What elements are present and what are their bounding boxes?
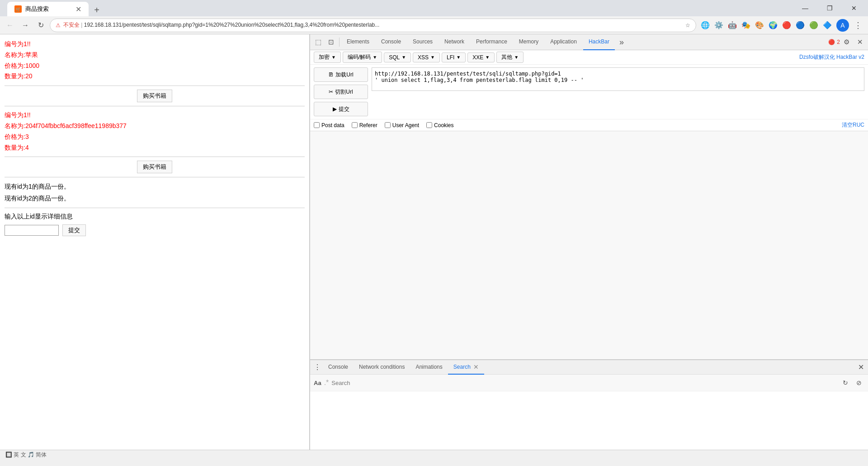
lfi-arrow-icon: ▼ — [456, 55, 461, 60]
restore-button[interactable]: ❐ — [819, 1, 840, 15]
tab-network[interactable]: Network — [439, 34, 470, 50]
tab-favicon: 🛒 — [14, 5, 22, 13]
browser-tab[interactable]: 🛒 商品搜索 ✕ — [7, 2, 89, 16]
ext-icon-1[interactable]: 🌐 — [699, 19, 712, 32]
forward-button[interactable]: → — [19, 19, 32, 32]
hackbar-credit-link[interactable]: Dzsfo破解汉化 HackBar v2 — [799, 54, 864, 60]
reload-button[interactable]: ↻ — [34, 19, 47, 32]
ext-icon-6[interactable]: 🌍 — [767, 19, 779, 32]
lfi-button[interactable]: LFI ▼ — [442, 52, 466, 62]
load-url-button[interactable]: 🖹 加载Url — [314, 67, 368, 82]
search-regex-button[interactable]: .* — [324, 379, 329, 387]
other-button[interactable]: 其他 ▼ — [496, 52, 524, 63]
cookies-checkbox-label[interactable]: Cookies — [426, 122, 453, 128]
cut-url-button[interactable]: ✂ 切割Url — [314, 85, 368, 99]
hackbar-url-textarea[interactable] — [372, 67, 864, 91]
cookies-checkbox[interactable] — [426, 122, 432, 128]
cookies-label: Cookies — [434, 122, 453, 128]
referer-checkbox[interactable] — [352, 122, 358, 128]
devtools-close-button[interactable]: ✕ — [854, 36, 866, 48]
search-match-case-button[interactable]: Aa — [314, 380, 321, 386]
browser-menu-button[interactable]: ⋮ — [852, 19, 864, 32]
load-url-label: 加载Url — [335, 71, 353, 79]
divider-5 — [5, 208, 305, 208]
device-toolbar-button[interactable]: ⊡ — [325, 36, 337, 48]
tab-application[interactable]: Application — [545, 34, 582, 50]
drawer-tab-network-conditions[interactable]: Network conditions — [354, 360, 410, 375]
drawer-tab-console[interactable]: Console — [323, 360, 354, 375]
tab-hackbar[interactable]: HackBar — [583, 34, 615, 50]
xxe-arrow-icon: ▼ — [485, 55, 490, 60]
tab-close-button[interactable]: ✕ — [75, 5, 81, 14]
tab-hackbar-label: HackBar — [589, 38, 609, 45]
xxe-label: XXE — [472, 54, 483, 61]
search-input[interactable] — [331, 380, 837, 386]
tab-performance[interactable]: Performance — [471, 34, 513, 50]
search-refresh-button[interactable]: ↻ — [840, 377, 851, 388]
useragent-checkbox-label[interactable]: User Agent — [385, 122, 419, 128]
address-bar[interactable]: ⚠ 不安全 | 192.168.18.131/pentest/test/sqli… — [50, 19, 696, 32]
ext-icon-3[interactable]: 🤖 — [726, 19, 739, 32]
protocol-warning: 不安全 — [63, 22, 80, 28]
stock-line-2: 现有id为2的商品一份。 — [5, 193, 305, 204]
tab-sources[interactable]: Sources — [407, 34, 438, 50]
drawer-close-button[interactable]: ✕ — [855, 362, 866, 373]
tab-memory[interactable]: Memory — [514, 34, 544, 50]
profile-button[interactable]: A — [836, 19, 849, 32]
buy-button-1[interactable]: 购买书籍 — [137, 90, 172, 102]
drawer-network-conditions-label: Network conditions — [359, 364, 405, 370]
security-warning-icon: ⚠ — [56, 22, 61, 29]
hackbar-panel: 加密 ▼ 编码/解码 ▼ SQL ▼ XSS ▼ LFI ▼ — [310, 50, 868, 131]
search-clear-button[interactable]: ⊘ — [854, 377, 864, 388]
hackbar-toolbar: 加密 ▼ 编码/解码 ▼ SQL ▼ XSS ▼ LFI ▼ — [310, 50, 868, 65]
hackbar-submit-button[interactable]: ▶ 提交 — [314, 102, 368, 116]
drawer-tab-animations[interactable]: Animations — [410, 360, 448, 375]
xxe-button[interactable]: XXE ▼ — [467, 52, 495, 62]
drawer-search-close-icon[interactable]: ✕ — [473, 363, 479, 371]
postdata-checkbox[interactable] — [314, 122, 320, 128]
encrypt-button[interactable]: 加密 ▼ — [314, 52, 341, 63]
encode-label: 编码/解码 — [348, 53, 371, 61]
submit-button[interactable]: 提交 — [62, 224, 86, 236]
product-item-2: 编号为1!! 名称为:204f704fbbcf6acf398ffee11989b… — [5, 110, 305, 153]
hackbar-url-container — [372, 67, 864, 116]
ext-icon-5[interactable]: 🎨 — [753, 19, 766, 32]
postdata-checkbox-label[interactable]: Post data — [314, 122, 344, 128]
minimize-button[interactable]: — — [795, 1, 816, 15]
close-window-button[interactable]: ✕ — [844, 1, 864, 15]
tab-elements-label: Elements — [347, 38, 369, 45]
product2-price: 价格为:3 — [5, 132, 305, 143]
tab-elements[interactable]: Elements — [341, 34, 375, 50]
referer-checkbox-label[interactable]: Referer — [352, 122, 377, 128]
url-text: 192.168.18.131/pentest/test/sqli/sqltamp… — [84, 22, 379, 28]
encode-button[interactable]: 编码/解码 ▼ — [343, 52, 382, 63]
back-button[interactable]: ← — [4, 19, 16, 32]
hackbar-action-buttons: 🖹 加载Url ✂ 切割Url ▶ 提交 — [314, 67, 368, 116]
ext-icon-9[interactable]: 🟢 — [807, 19, 820, 32]
tab-more-button[interactable]: » — [616, 34, 627, 50]
xss-button[interactable]: XSS ▼ — [413, 52, 440, 62]
buy-button-2[interactable]: 购买书籍 — [137, 161, 172, 173]
devtools-settings-button[interactable]: ⚙ — [840, 36, 853, 48]
ext-icon-4[interactable]: 🎭 — [740, 19, 752, 32]
ext-icon-7[interactable]: 🔴 — [780, 19, 793, 32]
ext-icon-2[interactable]: ⚙️ — [712, 19, 725, 32]
useragent-checkbox[interactable] — [385, 122, 391, 128]
ext-icon-8[interactable]: 🔵 — [794, 19, 807, 32]
sql-button[interactable]: SQL ▼ — [384, 52, 411, 62]
product-item-1: 编号为1!! 名称为:苹果 价格为:1000 数量为:20 — [5, 39, 305, 82]
tab-console[interactable]: Console — [376, 34, 406, 50]
new-tab-button[interactable]: + — [90, 4, 103, 16]
product1-price: 价格为:1000 — [5, 61, 305, 71]
id-input[interactable] — [5, 225, 59, 236]
bookmark-star-icon[interactable]: ☆ — [685, 22, 690, 29]
ext-icon-10[interactable]: 🔷 — [821, 19, 834, 32]
input-row: 提交 — [5, 224, 305, 236]
buy-btn-container-1: 购买书籍 — [5, 90, 305, 102]
other-arrow-icon: ▼ — [514, 55, 519, 60]
drawer-tab-search[interactable]: Search ✕ — [448, 360, 484, 375]
drawer-more-button[interactable]: ⋮ — [312, 362, 323, 373]
referer-label: Referer — [359, 122, 377, 128]
clear-ruc-button[interactable]: 清空RUC — [842, 121, 864, 129]
inspect-element-button[interactable]: ⬚ — [312, 36, 325, 48]
